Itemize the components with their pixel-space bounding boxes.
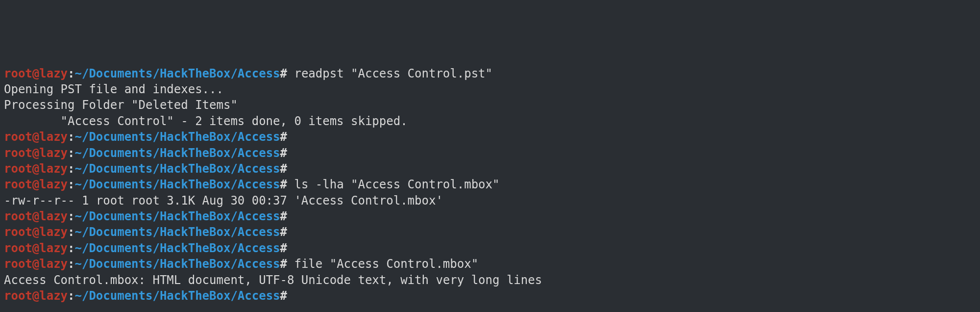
prompt-user: root bbox=[4, 289, 32, 303]
prompt-hash: # bbox=[280, 257, 287, 271]
prompt-host: lazy bbox=[39, 289, 68, 303]
prompt-path: ~/Documents/HackTheBox/Access bbox=[75, 178, 280, 191]
prompt-user: root bbox=[4, 130, 32, 144]
prompt-colon: : bbox=[68, 225, 74, 239]
prompt-host: lazy bbox=[39, 257, 68, 271]
prompt-path: ~/Documents/HackTheBox/Access bbox=[75, 146, 280, 160]
prompt-host: lazy bbox=[39, 130, 68, 144]
terminal-line: -rw-r--r-- 1 root root 3.1K Aug 30 00:37… bbox=[4, 193, 976, 208]
output-text: -rw-r--r-- 1 root root 3.1K Aug 30 00:37… bbox=[4, 194, 443, 208]
prompt-host: lazy bbox=[39, 178, 68, 191]
terminal-line: root@lazy:~/Documents/HackTheBox/Access# bbox=[4, 129, 976, 145]
prompt-at: @ bbox=[32, 162, 39, 176]
prompt-user: root bbox=[4, 146, 32, 160]
prompt-colon: : bbox=[68, 130, 74, 144]
prompt-at: @ bbox=[32, 289, 39, 303]
prompt-user: root bbox=[4, 209, 32, 223]
prompt-hash: # bbox=[280, 209, 287, 223]
prompt-user: root bbox=[4, 178, 32, 191]
terminal-line: root@lazy:~/Documents/HackTheBox/Access# bbox=[4, 208, 976, 224]
prompt-colon: : bbox=[68, 162, 74, 176]
terminal-line: Opening PST file and indexes... bbox=[4, 81, 976, 97]
command-text: readpst "Access Control.pst" bbox=[287, 67, 492, 80]
prompt-at: @ bbox=[32, 257, 39, 271]
terminal-line: root@lazy:~/Documents/HackTheBox/Access#… bbox=[4, 256, 976, 272]
prompt-host: lazy bbox=[39, 162, 68, 176]
prompt-path: ~/Documents/HackTheBox/Access bbox=[75, 225, 280, 239]
prompt-host: lazy bbox=[39, 241, 68, 255]
prompt-at: @ bbox=[32, 130, 39, 144]
terminal-line: "Access Control" - 2 items done, 0 items… bbox=[4, 113, 976, 129]
prompt-colon: : bbox=[68, 67, 74, 80]
command-text: ls -lha "Access Control.mbox" bbox=[287, 178, 499, 191]
output-text: Processing Folder "Deleted Items" bbox=[4, 98, 238, 112]
prompt-user: root bbox=[4, 162, 32, 176]
prompt-hash: # bbox=[280, 289, 287, 303]
terminal-line: root@lazy:~/Documents/HackTheBox/Access# bbox=[4, 240, 976, 256]
terminal-line: root@lazy:~/Documents/HackTheBox/Access# bbox=[4, 145, 976, 161]
prompt-path: ~/Documents/HackTheBox/Access bbox=[75, 257, 280, 271]
prompt-path: ~/Documents/HackTheBox/Access bbox=[75, 130, 280, 144]
prompt-hash: # bbox=[280, 67, 287, 80]
prompt-at: @ bbox=[32, 178, 39, 191]
prompt-colon: : bbox=[68, 257, 74, 271]
prompt-colon: : bbox=[68, 209, 74, 223]
prompt-user: root bbox=[4, 67, 32, 80]
terminal-line: root@lazy:~/Documents/HackTheBox/Access#… bbox=[4, 66, 976, 81]
output-text: Access Control.mbox: HTML document, UTF-… bbox=[4, 273, 542, 287]
prompt-colon: : bbox=[68, 178, 74, 191]
output-text: Opening PST file and indexes... bbox=[4, 82, 223, 96]
prompt-path: ~/Documents/HackTheBox/Access bbox=[75, 209, 280, 223]
prompt-colon: : bbox=[68, 241, 74, 255]
prompt-at: @ bbox=[32, 225, 39, 239]
prompt-hash: # bbox=[280, 162, 287, 176]
prompt-colon: : bbox=[68, 289, 74, 303]
output-text: "Access Control" - 2 items done, 0 items… bbox=[4, 114, 408, 128]
prompt-user: root bbox=[4, 257, 32, 271]
prompt-host: lazy bbox=[39, 67, 68, 80]
prompt-path: ~/Documents/HackTheBox/Access bbox=[75, 162, 280, 176]
terminal-line: root@lazy:~/Documents/HackTheBox/Access# bbox=[4, 161, 976, 177]
prompt-at: @ bbox=[32, 209, 39, 223]
prompt-hash: # bbox=[280, 130, 287, 144]
prompt-path: ~/Documents/HackTheBox/Access bbox=[75, 289, 280, 303]
terminal-line: root@lazy:~/Documents/HackTheBox/Access#… bbox=[4, 177, 976, 192]
prompt-path: ~/Documents/HackTheBox/Access bbox=[75, 241, 280, 255]
prompt-hash: # bbox=[280, 241, 287, 255]
prompt-host: lazy bbox=[39, 209, 68, 223]
prompt-hash: # bbox=[280, 225, 287, 239]
terminal-line: root@lazy:~/Documents/HackTheBox/Access# bbox=[4, 288, 976, 304]
terminal-line: Access Control.mbox: HTML document, UTF-… bbox=[4, 272, 976, 288]
prompt-hash: # bbox=[280, 178, 287, 191]
command-text: file "Access Control.mbox" bbox=[287, 257, 478, 271]
terminal-line: Processing Folder "Deleted Items" bbox=[4, 97, 976, 113]
prompt-user: root bbox=[4, 241, 32, 255]
prompt-colon: : bbox=[68, 146, 74, 160]
prompt-hash: # bbox=[280, 146, 287, 160]
terminal-line: root@lazy:~/Documents/HackTheBox/Access# bbox=[4, 224, 976, 240]
prompt-path: ~/Documents/HackTheBox/Access bbox=[75, 67, 280, 80]
prompt-at: @ bbox=[32, 67, 39, 80]
prompt-user: root bbox=[4, 225, 32, 239]
terminal-output[interactable]: root@lazy:~/Documents/HackTheBox/Access#… bbox=[4, 66, 976, 304]
prompt-host: lazy bbox=[39, 146, 68, 160]
prompt-host: lazy bbox=[39, 225, 68, 239]
prompt-at: @ bbox=[32, 146, 39, 160]
prompt-at: @ bbox=[32, 241, 39, 255]
